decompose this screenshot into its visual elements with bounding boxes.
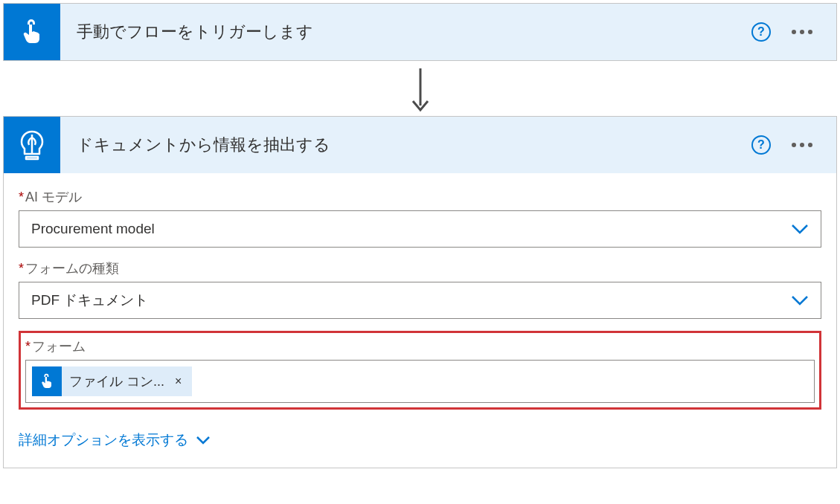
ai-model-select[interactable]: Procurement model: [19, 210, 821, 248]
action-title: ドキュメントから情報を抽出する: [60, 134, 751, 156]
field-form-highlighted: *フォーム ファイル コン... ×: [19, 331, 821, 410]
form-type-select[interactable]: PDF ドキュメント: [19, 282, 821, 319]
token-remove-button[interactable]: ×: [172, 375, 185, 388]
advanced-options-label: 詳細オプションを表示する: [19, 430, 188, 450]
form-label: *フォーム: [25, 337, 815, 355]
show-advanced-options-link[interactable]: 詳細オプションを表示する: [19, 430, 211, 450]
action-connector-icon: [4, 117, 60, 173]
action-card: ドキュメントから情報を抽出する ? *AI モデル Procurement mo…: [3, 116, 837, 468]
form-label-text: フォーム: [32, 339, 86, 354]
ai-builder-icon: [16, 129, 48, 161]
form-input[interactable]: ファイル コン... ×: [25, 360, 815, 403]
chevron-down-icon: [196, 432, 211, 448]
token-label: ファイル コン...: [69, 372, 164, 390]
token-connector-icon: [32, 366, 62, 396]
trigger-card: 手動でフローをトリガーします ?: [3, 3, 837, 61]
flow-arrow: [3, 61, 837, 116]
trigger-title: 手動でフローをトリガーします: [60, 21, 751, 43]
form-type-value: PDF ドキュメント: [31, 291, 148, 310]
trigger-connector-icon: [4, 4, 60, 60]
chevron-down-icon: [791, 295, 809, 306]
help-icon[interactable]: ?: [751, 22, 771, 42]
ai-model-label: *AI モデル: [19, 188, 821, 206]
ai-model-value: Procurement model: [31, 221, 155, 237]
field-form-type: *フォームの種類 PDF ドキュメント: [19, 259, 821, 319]
tap-icon: [38, 372, 56, 390]
more-menu-icon[interactable]: [789, 140, 815, 150]
trigger-header[interactable]: 手動でフローをトリガーします ?: [4, 4, 836, 60]
dynamic-content-token[interactable]: ファイル コン... ×: [32, 366, 192, 396]
field-ai-model: *AI モデル Procurement model: [19, 188, 821, 248]
chevron-down-icon: [791, 224, 809, 234]
action-body: *AI モデル Procurement model *フォームの種類 PDF ド…: [4, 173, 836, 468]
help-icon[interactable]: ?: [751, 135, 771, 155]
arrow-down-icon: [409, 67, 432, 113]
ai-model-label-text: AI モデル: [25, 190, 82, 204]
required-mark: *: [19, 190, 24, 204]
more-menu-icon[interactable]: [789, 27, 815, 37]
form-type-label: *フォームの種類: [19, 259, 821, 277]
action-header[interactable]: ドキュメントから情報を抽出する ?: [4, 117, 836, 173]
required-mark: *: [19, 261, 24, 276]
form-type-label-text: フォームの種類: [25, 261, 119, 276]
tap-icon: [17, 17, 47, 47]
required-mark: *: [25, 339, 31, 354]
